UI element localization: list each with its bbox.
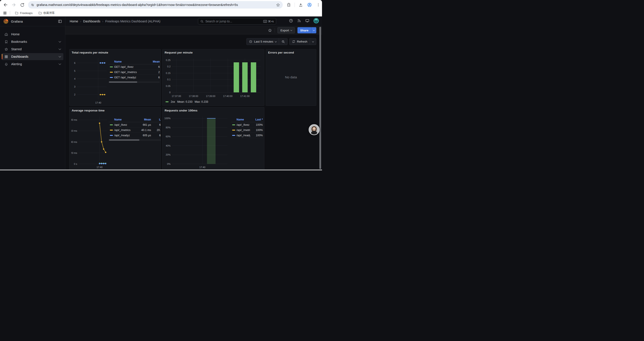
- legend-scrollbar[interactable]: [108, 139, 161, 141]
- chrome-menu-button[interactable]: [314, 1, 322, 9]
- svg-text:0%: 0%: [167, 163, 170, 165]
- chevron-down-icon[interactable]: [58, 40, 61, 42]
- time-range-picker[interactable]: Last 5 minutes: [246, 38, 279, 45]
- bookmark-folder-freeleaps[interactable]: Freeleaps: [13, 11, 34, 15]
- bookmark-folder-label: Freeleaps: [20, 12, 33, 15]
- share-button[interactable]: Share: [298, 27, 316, 33]
- url-bar[interactable]: grafana.mathmast.com/d/deytv4rwavabkb/fr…: [28, 1, 283, 9]
- bookmark-icon: [4, 40, 8, 44]
- breadcrumb-dashboards[interactable]: Dashboards: [83, 20, 100, 23]
- dashboard-canvas: Last 5 minutes Refresh: [65, 35, 322, 171]
- legend-series-label[interactable]: 2xx: [171, 100, 175, 103]
- legend-row[interactable]: GET /api/_/readyz6: [108, 75, 160, 80]
- legend-inline[interactable]: 2xx Mean: 0.233 Max: 0.233: [166, 100, 208, 103]
- time-controls: Last 5 minutes Refresh: [246, 38, 316, 45]
- breadcrumb-separator: ›: [102, 20, 104, 23]
- search-input[interactable]: Search or jump to... ⌘+k: [198, 18, 276, 25]
- news-rss-icon[interactable]: [297, 19, 301, 23]
- bookmark-folder-label: 收藏博客: [44, 11, 55, 15]
- panel-title[interactable]: Average response time: [72, 109, 104, 112]
- page-scrollbar[interactable]: [319, 27, 321, 169]
- refresh-interval-button[interactable]: [310, 38, 316, 45]
- chevron-down-icon[interactable]: [58, 62, 61, 65]
- svg-text:4: 4: [74, 78, 76, 80]
- help-icon[interactable]: [289, 19, 293, 23]
- svg-text:100%: 100%: [164, 117, 170, 120]
- svg-text:17:40: 17:40: [199, 166, 206, 169]
- apps-grid-icon[interactable]: [3, 11, 7, 15]
- header-icons: [289, 18, 319, 24]
- panel-title[interactable]: Requests under 100ms: [164, 109, 198, 112]
- sidebar-item-home[interactable]: Home: [2, 31, 63, 38]
- user-avatar[interactable]: [314, 18, 319, 24]
- panel-toggle-icon[interactable]: [58, 19, 62, 24]
- chevron-down-icon[interactable]: [58, 55, 61, 57]
- timeseries-chart[interactable]: 17:4065432: [71, 56, 108, 105]
- svg-text:6: 6: [74, 62, 76, 64]
- chevron-down-icon: [312, 40, 314, 42]
- bookmark-folder-blogs[interactable]: 收藏博客: [36, 10, 56, 16]
- zoom-out-button[interactable]: [279, 38, 287, 45]
- panel-errors-per-second: Errors per second No data: [266, 49, 316, 106]
- svg-text:60%: 60%: [166, 135, 170, 138]
- sidebar-item-starred[interactable]: Starred: [2, 46, 63, 53]
- svg-text:17:40: 17:40: [96, 166, 102, 169]
- timeseries-chart[interactable]: 17:4080 ms60 ms40 ms20 ms0 s: [71, 114, 108, 169]
- legend-header[interactable]: NameMeanLas: [108, 117, 161, 122]
- refresh-icon: [292, 40, 295, 43]
- avatar-face: [312, 127, 316, 131]
- sidebar-item-bookmarks[interactable]: Bookmarks: [2, 38, 63, 45]
- assistant-avatar[interactable]: [309, 124, 320, 135]
- chevron-down-icon: [275, 40, 276, 42]
- svg-text:5: 5: [74, 70, 76, 72]
- svg-text:17:40: 17:40: [95, 101, 101, 104]
- panel-title[interactable]: Total requests per minute: [72, 51, 108, 54]
- chevron-down-icon[interactable]: [58, 47, 61, 50]
- sidebar-item-dashboards[interactable]: Dashboards: [2, 53, 63, 60]
- legend-scrollbar[interactable]: [108, 81, 160, 83]
- favorite-star-icon[interactable]: [268, 28, 272, 33]
- legend-row[interactable]: GET /api/_/livez6: [108, 64, 160, 70]
- grafana-brand[interactable]: Grafana: [11, 20, 58, 23]
- forward-button[interactable]: [10, 1, 18, 9]
- legend-row[interactable]: /api/_/readyz605 µs620: [108, 133, 161, 138]
- svg-text:0: 0: [169, 91, 170, 94]
- chevron-down-icon: [290, 29, 292, 31]
- legend-row[interactable]: GET /api/_/metrics2: [108, 70, 160, 75]
- back-button[interactable]: [2, 1, 9, 9]
- url-text[interactable]: grafana.mathmast.com/d/deytv4rwavabkb/fr…: [36, 3, 276, 7]
- export-button[interactable]: Export: [278, 27, 295, 33]
- legend-row[interactable]: /api/_/livez661 µs646: [108, 122, 161, 128]
- bookmarks-divider: [10, 11, 10, 15]
- refresh-button[interactable]: Refresh: [290, 38, 310, 45]
- svg-text:0.25: 0.25: [166, 59, 170, 62]
- panel-title[interactable]: Request per minute: [164, 51, 193, 54]
- reload-button[interactable]: [18, 1, 26, 9]
- home-icon: [4, 33, 8, 36]
- reload-icon: [20, 3, 24, 7]
- legend-row[interactable]: /api/_/readyz100%: [231, 133, 263, 138]
- bar-chart[interactable]: 17:37:0017:38:0017:39:0017:40:0017:41:00…: [164, 56, 263, 98]
- legend-row[interactable]: /api/_/livez100%: [231, 122, 263, 128]
- grafana-logo[interactable]: [3, 19, 9, 24]
- sidebar-item-alerting[interactable]: Alerting: [2, 61, 63, 68]
- monitor-icon[interactable]: [305, 19, 310, 23]
- breadcrumb-home[interactable]: Home: [70, 20, 78, 23]
- tune-icon[interactable]: [31, 3, 34, 7]
- legend-header[interactable]: NameMean: [108, 59, 160, 64]
- no-data-message: No data: [266, 75, 316, 79]
- extensions-button[interactable]: [285, 1, 292, 9]
- downloads-button[interactable]: [297, 1, 304, 9]
- legend-header[interactable]: NameLast *: [231, 117, 263, 122]
- legend-row[interactable]: /api/_/metrics100%: [231, 128, 263, 133]
- share-label[interactable]: Share: [298, 27, 311, 33]
- share-menu-button[interactable]: [311, 27, 316, 33]
- panel-title[interactable]: Errors per second: [268, 51, 294, 54]
- panel-total-requests: Total requests per minute 17:4065432 Nam…: [69, 49, 161, 106]
- bar-chart[interactable]: 17:40100%80%60%40%20%0%: [164, 114, 228, 169]
- legend-max: Max: 0.233: [195, 100, 208, 103]
- bookmark-star-icon[interactable]: [276, 3, 280, 7]
- profile-button[interactable]: [306, 1, 313, 9]
- legend-row[interactable]: /api/_/metrics40.1 ms20.5 r: [108, 128, 161, 133]
- search-shortcut: ⌘+k: [263, 20, 274, 23]
